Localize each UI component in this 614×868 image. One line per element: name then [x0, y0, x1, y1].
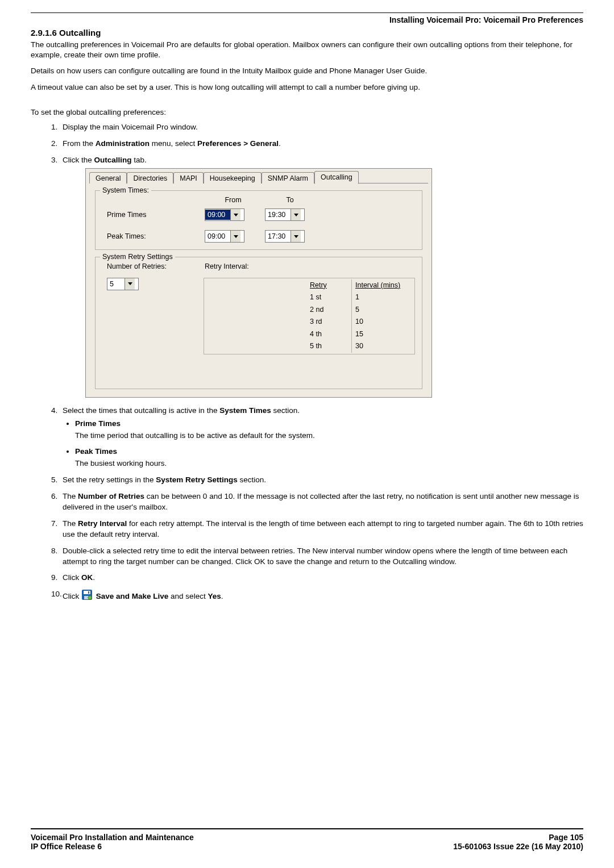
prime-from-input[interactable]: [205, 210, 230, 220]
retry-settings-legend: System Retry Settings: [100, 252, 175, 262]
number-retries-select[interactable]: [107, 278, 139, 290]
step-6-b: Number of Retries: [78, 492, 144, 500]
chevron-down-icon[interactable]: [291, 209, 301, 220]
peak-to-input[interactable]: [265, 231, 291, 241]
retry-hdr-col2: Interval (mins): [352, 279, 414, 292]
step-9-b: OK: [81, 573, 93, 582]
save-disk-icon: [81, 589, 93, 604]
svg-marker-1: [294, 214, 298, 216]
section-title: 2.9.1.6 Outcalling: [31, 28, 583, 37]
step-2-a: From the: [63, 139, 96, 148]
tab-general[interactable]: General: [89, 172, 127, 183]
header-rule: [31, 12, 583, 13]
step-1-text: Display the main Voicemail Pro window.: [63, 123, 198, 131]
step-10-c: and select: [168, 592, 208, 600]
step-5-a: Set the retry settings in the: [63, 475, 156, 484]
step-9-c: .: [93, 573, 95, 582]
table-row[interactable]: 4 th15: [306, 328, 414, 341]
step-3-a: Click the: [63, 156, 94, 164]
bullet-peak: Peak Times The busiest working hours.: [75, 446, 583, 469]
step-7-b: Retry Interval: [78, 519, 127, 528]
chevron-down-icon[interactable]: [230, 209, 240, 220]
step-2: 2. From the Administration menu, select …: [51, 139, 583, 149]
step-2-d: Preferences > General: [197, 139, 279, 148]
tab-snmp-alarm[interactable]: SNMP Alarm: [262, 172, 314, 183]
tab-row: General Directories MAPI Housekeeping SN…: [89, 171, 428, 183]
outcalling-dialog: General Directories MAPI Housekeeping SN…: [85, 168, 432, 398]
step-7-a: The: [63, 519, 78, 528]
svg-point-9: [88, 596, 92, 599]
retry-interval-table[interactable]: Retry Interval (mins) 1 st1 2 nd5 3 rd10…: [204, 278, 415, 354]
tab-mapi[interactable]: MAPI: [173, 172, 204, 183]
peak-to-select[interactable]: [265, 230, 305, 243]
retry-settings-fieldset: System Retry Settings Number of Retries:…: [95, 257, 422, 389]
number-retries-input[interactable]: [107, 279, 125, 289]
bullet-prime-head: Prime Times: [75, 419, 121, 428]
step-9-a: Click: [63, 573, 81, 582]
prime-from-select[interactable]: [205, 208, 244, 221]
step-4-b: System Times: [219, 406, 271, 415]
intro-paragraph-2: Details on how users can configure outca…: [31, 66, 583, 76]
chevron-down-icon[interactable]: [291, 231, 301, 242]
step-5: 5. Set the retry settings in the System …: [51, 475, 583, 486]
svg-marker-3: [294, 235, 298, 238]
step-10-e: .: [221, 592, 223, 600]
prime-to-select[interactable]: [265, 208, 305, 221]
peak-times-label: Peak Times:: [102, 232, 205, 242]
bullet-prime: Prime Times The time period that outcall…: [75, 419, 583, 441]
tab-outcalling[interactable]: Outcalling: [314, 171, 359, 184]
table-row[interactable]: 2 nd5: [306, 304, 414, 316]
svg-marker-4: [128, 282, 132, 285]
step-6: 6. The Number of Retries can be between …: [51, 491, 583, 513]
step-6-a: The: [63, 492, 78, 500]
footer: Voicemail Pro Installation and Maintenan…: [31, 828, 583, 851]
step-10: 10. Click Save and Make Live and select …: [51, 589, 583, 604]
svg-marker-0: [234, 214, 238, 216]
step-8: 8. Double-click a selected retry time to…: [51, 546, 583, 567]
step-5-b: System Retry Settings: [156, 475, 237, 484]
table-row[interactable]: 5 th30: [306, 340, 414, 353]
bullet-peak-text: The busiest working hours.: [75, 458, 583, 469]
step-9: 9. Click OK.: [51, 573, 583, 583]
intro-paragraph-1: The outcalling preferences in Voicemail …: [31, 40, 583, 60]
step-8-text: Double-click a selected retry time to ed…: [63, 546, 567, 566]
step-7-c: for each retry attempt. The interval is …: [63, 519, 583, 539]
number-retries-label: Number of Retries:: [102, 262, 205, 272]
step-2-b: Administration: [96, 139, 150, 148]
retry-hdr-col1: Retry: [306, 279, 352, 292]
sub-heading: To set the global outcalling preferences…: [31, 107, 583, 118]
tab-housekeeping[interactable]: Housekeeping: [204, 172, 262, 183]
step-4-c: section.: [271, 406, 300, 415]
svg-rect-8: [88, 591, 89, 594]
col-from: From: [205, 195, 262, 206]
step-7: 7. The Retry Interval for each retry att…: [51, 519, 583, 540]
table-row[interactable]: 3 rd10: [306, 316, 414, 328]
tab-directories[interactable]: Directories: [127, 172, 173, 183]
step-4: 4. Select the times that outcalling is a…: [51, 406, 583, 469]
svg-marker-2: [234, 235, 238, 238]
prime-to-input[interactable]: [265, 210, 291, 220]
footer-right-2: 15-601063 Issue 22e (16 May 2010): [453, 842, 583, 851]
peak-from-input[interactable]: [205, 231, 230, 241]
retry-interval-label: Retry Interval:: [205, 262, 249, 272]
step-3: 3. Click the Outcalling tab. General Dir…: [51, 155, 583, 398]
step-4-a: Select the times that outcalling is acti…: [63, 406, 219, 415]
bullet-peak-head: Peak Times: [75, 447, 117, 456]
chevron-down-icon[interactable]: [230, 231, 240, 242]
svg-rect-6: [84, 591, 90, 594]
peak-from-select[interactable]: [205, 230, 244, 243]
footer-right-1: Page 105: [453, 833, 583, 842]
step-2-e: .: [279, 139, 281, 148]
chevron-down-icon[interactable]: [125, 278, 135, 290]
step-10-b: Save and Make Live: [96, 592, 169, 600]
footer-left-2: IP Office Release 6: [31, 842, 194, 851]
table-row[interactable]: 1 st1: [306, 291, 414, 304]
system-times-fieldset: System Times: From To Prime Times: [95, 190, 422, 251]
breadcrumb: Installing Voicemail Pro: Voicemail Pro …: [31, 15, 583, 24]
step-10-d: Yes: [208, 592, 221, 600]
footer-left-1: Voicemail Pro Installation and Maintenan…: [31, 833, 194, 842]
step-3-c: tab.: [132, 156, 147, 164]
prime-times-label: Prime Times: [102, 210, 205, 220]
step-2-c: menu, select: [150, 139, 197, 148]
step-5-c: section.: [238, 475, 266, 484]
